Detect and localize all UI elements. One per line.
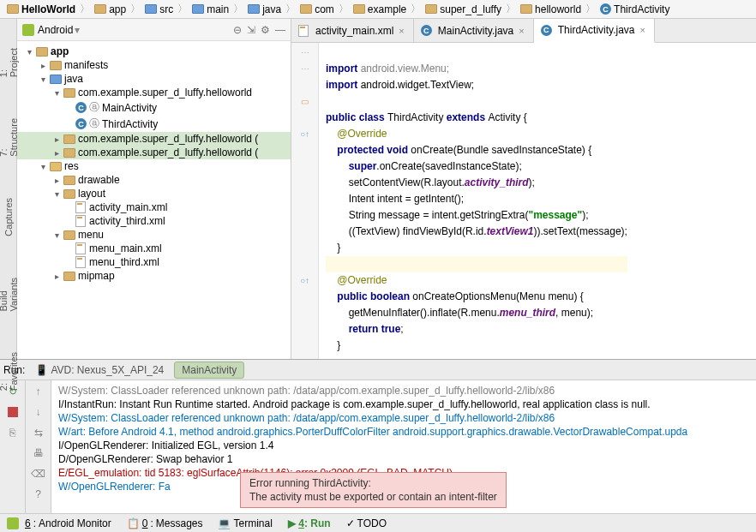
close-icon[interactable]: × (639, 25, 647, 35)
editor-tabs: activity_main.xml× CMainActivity.java× C… (291, 19, 756, 43)
crumb-src[interactable]: src (141, 3, 177, 15)
rail-favorites[interactable]: 2: Favorites (0, 349, 19, 394)
crumb-example[interactable]: example (350, 3, 410, 15)
close-icon[interactable]: × (397, 26, 405, 36)
tree-menu-main-xml[interactable]: menu_main.xml (17, 242, 291, 255)
clear-icon[interactable]: ⌫ (31, 466, 46, 481)
tree-manifests[interactable]: ▸manifests (17, 58, 291, 72)
project-view-selector[interactable]: Android (38, 24, 73, 36)
code-editor[interactable]: ⋯⋯ ▭ ○↑ ○↑ import android.view.Menu; imp… (291, 43, 756, 359)
tree-mainactivity[interactable]: CⓐMainActivity (17, 99, 291, 116)
status-messages[interactable]: 📋 0: Messages (127, 517, 203, 529)
run-toolbar: ↻ ⎘ (0, 380, 26, 513)
tab-mainactivity[interactable]: CMainActivity.java× (414, 19, 534, 42)
project-tree[interactable]: ▾app ▸manifests ▾java ▾com.example.super… (17, 41, 291, 359)
status-android-monitor[interactable]: 6: Android Monitor (7, 517, 111, 529)
tree-layout[interactable]: ▾layout (17, 187, 291, 200)
status-todo[interactable]: ✓ TODO (346, 517, 387, 529)
tree-thirdactivity[interactable]: CⓐThirdActivity (17, 116, 291, 132)
tree-drawable[interactable]: ▸drawable (17, 173, 291, 187)
class-icon: C (421, 25, 432, 36)
rail-project[interactable]: 1: Project (0, 45, 19, 81)
error-title: Error running ThirdActivity: (249, 476, 497, 490)
left-tool-rail: 1: Project 7: Structure Captures Build V… (0, 19, 17, 359)
crumb-user[interactable]: super_d_luffy (422, 3, 505, 15)
crumb-java[interactable]: java (244, 3, 285, 15)
run-panel: Run: 📱 AVD: Nexus_5X_API_24 MainActivity… (0, 359, 756, 513)
rail-build-variants[interactable]: Build Variants (0, 274, 19, 315)
project-panel: Android ▾ ⊖ ⇲ ⚙ — ▾app ▸manifests ▾java … (17, 19, 291, 359)
up-icon[interactable]: ↑ (31, 384, 46, 399)
log-line: I/InstantRun: Instant Run Runtime starte… (58, 398, 749, 411)
run-tabs: Run: 📱 AVD: Nexus_5X_API_24 MainActivity (0, 360, 756, 380)
android-icon (7, 517, 19, 529)
status-run[interactable]: ▶ 4: Run (288, 517, 331, 529)
run-toolbar-2: ↑ ↓ ⇆ 🖶 ⌫ ? (26, 380, 51, 513)
tree-mipmap[interactable]: ▸mipmap (17, 269, 291, 283)
pin-icon[interactable]: ⎘ (5, 425, 21, 440)
print-icon[interactable]: 🖶 (31, 445, 46, 461)
crumb-class[interactable]: CThirdActivity (597, 3, 673, 15)
tree-java[interactable]: ▾java (17, 72, 291, 86)
log-line: W/System: ClassLoader referenced unknown… (58, 411, 749, 425)
rail-captures[interactable]: Captures (3, 194, 14, 240)
tree-package-test[interactable]: ▸com.example.super_d_luffy.helloworld ( (17, 146, 291, 159)
run-tab-avd[interactable]: 📱 AVD: Nexus_5X_API_24 (28, 362, 171, 378)
crumb-app[interactable]: app (91, 3, 129, 15)
editor-area: activity_main.xml× CMainActivity.java× C… (291, 19, 756, 359)
class-icon: C (541, 25, 552, 36)
tree-menu[interactable]: ▾menu (17, 228, 291, 242)
error-message: The activity must be exported or contain… (249, 490, 497, 504)
log-line: I/OpenGLRenderer: Initialized EGL, versi… (58, 439, 749, 452)
log-line: W/System: ClassLoader referenced unknown… (58, 384, 749, 398)
hide-icon[interactable]: — (275, 24, 285, 36)
crumb-helloworld[interactable]: helloworld (517, 3, 585, 15)
run-tab-mainactivity[interactable]: MainActivity (174, 362, 244, 379)
log-line: D/OpenGLRenderer: Swap behavior 1 (58, 452, 749, 466)
tab-thirdactivity[interactable]: CThirdActivity.java× (534, 19, 655, 43)
statusbar: 6: Android Monitor 📋 0: Messages 💻 Termi… (0, 513, 756, 532)
editor-gutter: ⋯⋯ ▭ ○↑ ○↑ (291, 43, 319, 359)
tab-activity-main-xml[interactable]: activity_main.xml× (291, 19, 414, 42)
tree-res[interactable]: ▾res (17, 159, 291, 173)
gear-icon[interactable]: ⚙ (261, 24, 270, 36)
error-popup: Error running ThirdActivity: The activit… (240, 472, 507, 508)
rail-structure[interactable]: 7: Structure (0, 115, 19, 160)
android-icon (22, 24, 34, 36)
tree-app[interactable]: ▾app (17, 45, 291, 58)
crumb-root[interactable]: HelloWorld (3, 3, 79, 15)
tree-activity-main-xml[interactable]: activity_main.xml (17, 200, 291, 214)
expand-icon[interactable]: ⇲ (247, 24, 255, 36)
tree-package-androidtest[interactable]: ▸com.example.super_d_luffy.helloworld ( (17, 132, 291, 146)
tree-package-main[interactable]: ▾com.example.super_d_luffy.helloworld (17, 86, 291, 99)
crumb-com[interactable]: com (297, 3, 338, 15)
tree-menu-third-xml[interactable]: menu_third.xml (17, 255, 291, 269)
xml-icon (298, 25, 309, 37)
close-icon[interactable]: × (517, 26, 525, 36)
breadcrumb: HelloWorld〉 app〉 src〉 main〉 java〉 com〉 e… (0, 0, 756, 19)
project-header: Android ▾ ⊖ ⇲ ⚙ — (17, 19, 291, 41)
stop-icon[interactable] (5, 404, 21, 420)
status-terminal[interactable]: 💻 Terminal (218, 517, 272, 529)
down-icon[interactable]: ↓ (31, 404, 46, 420)
crumb-main[interactable]: main (189, 3, 232, 15)
tree-activity-third-xml[interactable]: activity_third.xml (17, 214, 291, 228)
console-output[interactable]: W/System: ClassLoader referenced unknown… (51, 380, 756, 513)
wrap-icon[interactable]: ⇆ (31, 425, 46, 440)
collapse-icon[interactable]: ⊖ (233, 24, 242, 36)
help-icon[interactable]: ? (31, 487, 46, 502)
log-line: W/art: Before Android 4.1, method androi… (58, 425, 749, 439)
